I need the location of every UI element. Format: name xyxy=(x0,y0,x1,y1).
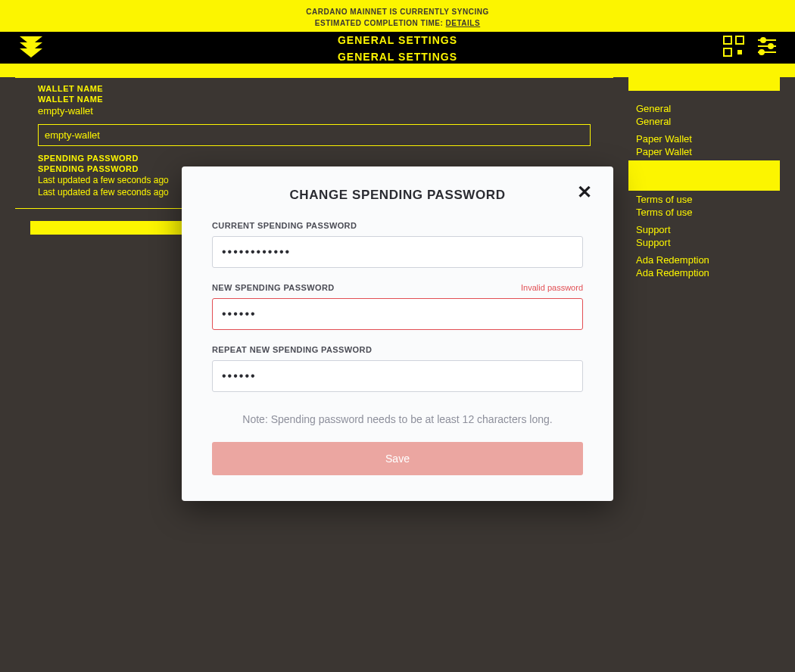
repeat-password-input[interactable] xyxy=(212,360,583,392)
new-password-input[interactable] xyxy=(212,298,583,330)
wallet-name-input[interactable]: empty-wallet xyxy=(38,124,591,146)
svg-rect-1 xyxy=(736,36,744,44)
password-note: Note: Spending password needs to be at l… xyxy=(212,413,583,425)
sidebar-head-strip xyxy=(628,77,780,91)
sidebar-list: General General Paper Wallet Paper Walle… xyxy=(628,100,780,282)
repeat-password-group: REPEAT NEW SPENDING PASSWORD xyxy=(212,345,583,392)
svg-rect-3 xyxy=(737,50,742,54)
top-banner: CARDANO MAINNET IS CURRENTLY SYNCING EST… xyxy=(0,0,795,32)
sidebar-item-general[interactable]: General General xyxy=(628,100,780,130)
repeat-password-label: REPEAT NEW SPENDING PASSWORD xyxy=(212,345,372,354)
banner-line1: CARDANO MAINNET IS CURRENTLY SYNCING xyxy=(6,8,789,16)
new-password-label: NEW SPENDING PASSWORD xyxy=(212,283,335,292)
current-password-input[interactable] xyxy=(212,236,583,268)
new-password-error: Invalid password xyxy=(521,283,583,292)
wallet-name-value: empty-wallet xyxy=(38,105,591,117)
page-title: GENERAL SETTINGS GENERAL SETTINGS xyxy=(0,32,795,65)
change-password-modal: ✕ CHANGE SPENDING PASSWORD CURRENT SPEND… xyxy=(182,166,613,501)
current-password-group: CURRENT SPENDING PASSWORD xyxy=(212,221,583,268)
current-password-label: CURRENT SPENDING PASSWORD xyxy=(212,221,357,230)
close-icon[interactable]: ✕ xyxy=(577,183,592,201)
banner-details-link[interactable]: DETAILS xyxy=(446,19,481,27)
yellow-strip xyxy=(0,64,795,77)
save-button[interactable]: Save xyxy=(212,442,583,475)
sidebar-item-ada-redemption[interactable]: Ada Redemption Ada Redemption xyxy=(628,251,780,282)
svg-point-5 xyxy=(761,38,765,42)
new-password-group: NEW SPENDING PASSWORD Invalid password xyxy=(212,283,583,330)
header-bar: GENERAL SETTINGS GENERAL SETTINGS xyxy=(0,32,795,64)
sidebar-item-paper-wallet[interactable]: Paper Wallet Paper Wallet xyxy=(628,130,780,160)
sidebar: General General Paper Wallet Paper Walle… xyxy=(628,77,780,282)
sidebar-item-support[interactable]: Support Support xyxy=(628,221,780,251)
spending-password-label: SPENDING PASSWORD xyxy=(38,154,591,163)
svg-rect-0 xyxy=(724,36,731,44)
banner-line2: ESTIMATED COMPLETION TIME: DETAILS xyxy=(6,19,789,27)
modal-title: CHANGE SPENDING PASSWORD xyxy=(212,188,583,203)
logo-icon xyxy=(18,35,44,64)
qr-icon[interactable] xyxy=(722,35,745,61)
svg-rect-2 xyxy=(724,48,731,56)
svg-point-9 xyxy=(759,50,764,54)
wallet-name-label: WALLET NAME xyxy=(38,84,591,93)
svg-point-7 xyxy=(768,44,773,48)
settings-sliders-icon[interactable] xyxy=(756,35,778,61)
wallet-name-label-dup: WALLET NAME xyxy=(38,95,591,104)
sidebar-item-wallet[interactable]: Wallet Wallet xyxy=(628,160,780,191)
sidebar-item-terms[interactable]: Terms of use Terms of use xyxy=(628,191,780,221)
